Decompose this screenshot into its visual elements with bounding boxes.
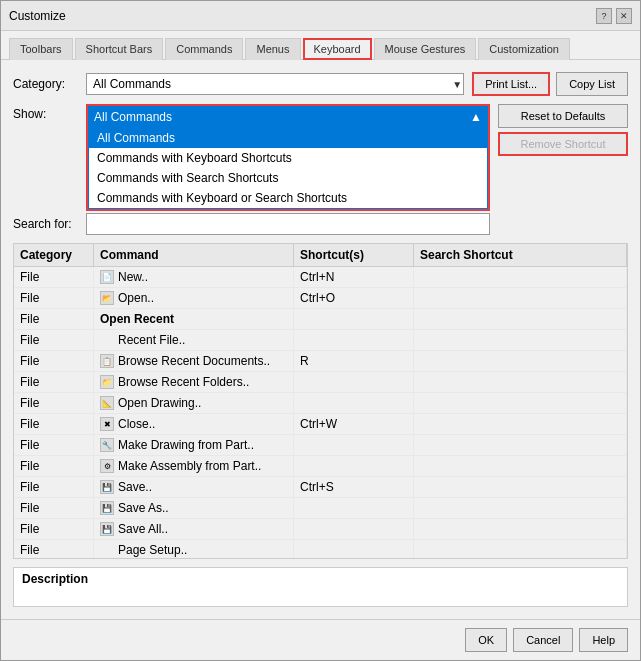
help-button[interactable]: ? (596, 8, 612, 24)
cell-command: 📋Browse Recent Documents.. (94, 351, 294, 371)
cell-search (414, 498, 627, 518)
cell-category: File (14, 330, 94, 350)
title-bar: Customize ? ✕ (1, 1, 640, 31)
tab-keyboard[interactable]: Keyboard (303, 38, 372, 60)
cell-command: Open Recent (94, 309, 294, 329)
cell-category: File (14, 477, 94, 497)
tab-commands[interactable]: Commands (165, 38, 243, 60)
dropdown-item-keyboard[interactable]: Commands with Keyboard Shortcuts (89, 148, 487, 168)
table-row[interactable]: File 📋Browse Recent Documents.. R (14, 351, 627, 372)
cell-search (414, 309, 627, 329)
table-row[interactable]: File 📁Browse Recent Folders.. (14, 372, 627, 393)
cell-category: File (14, 456, 94, 476)
tab-customization[interactable]: Customization (478, 38, 570, 60)
cell-category: File (14, 351, 94, 371)
tab-menus[interactable]: Menus (245, 38, 300, 60)
search-row: Search for: (13, 213, 490, 235)
table-row[interactable]: File 📐Open Drawing.. (14, 393, 627, 414)
title-bar-controls: ? ✕ (596, 8, 632, 24)
tab-toolbars[interactable]: Toolbars (9, 38, 73, 60)
category-row: Category: All Commands ▼ Print List... C… (13, 72, 628, 96)
cell-shortcut (294, 540, 414, 558)
cell-category: File (14, 393, 94, 413)
cell-shortcut (294, 372, 414, 392)
cell-shortcut: Ctrl+O (294, 288, 414, 308)
category-select-wrapper: All Commands ▼ (86, 73, 464, 95)
show-label: Show: (13, 107, 78, 121)
cell-command: ⚙Make Assembly from Part.. (94, 456, 294, 476)
search-input[interactable] (86, 213, 490, 235)
header-shortcut: Shortcut(s) (294, 244, 414, 266)
cell-search (414, 435, 627, 455)
table-row[interactable]: File 💾Save As.. (14, 498, 627, 519)
print-list-button[interactable]: Print List... (472, 72, 550, 96)
table-header: Category Command Shortcut(s) Search Shor… (14, 244, 627, 267)
cell-shortcut (294, 309, 414, 329)
dialog-footer: OK Cancel Help (1, 619, 640, 660)
ok-button[interactable]: OK (465, 628, 507, 652)
tab-shortcut-bars[interactable]: Shortcut Bars (75, 38, 164, 60)
right-buttons: Reset to Defaults Remove Shortcut (498, 104, 628, 156)
cell-shortcut: R (294, 351, 414, 371)
cell-command: 📁Browse Recent Folders.. (94, 372, 294, 392)
cell-category: File (14, 267, 94, 287)
close-icon: ✖ (100, 417, 114, 431)
cell-shortcut (294, 519, 414, 539)
remove-shortcut-button[interactable]: Remove Shortcut (498, 132, 628, 156)
help-footer-button[interactable]: Help (579, 628, 628, 652)
table-row[interactable]: File 📂Open.. Ctrl+O (14, 288, 627, 309)
table-row[interactable]: File ⚙Make Assembly from Part.. (14, 456, 627, 477)
show-dropdown-arrow: ▲ (470, 110, 482, 124)
table-row[interactable]: File Open Recent (14, 309, 627, 330)
cell-search (414, 393, 627, 413)
cell-search (414, 372, 627, 392)
cell-category: File (14, 498, 94, 518)
category-select[interactable]: All Commands (86, 73, 464, 95)
commands-table: Category Command Shortcut(s) Search Shor… (13, 243, 628, 559)
browse-docs-icon: 📋 (100, 354, 114, 368)
cell-search (414, 288, 627, 308)
description-bar: Description (13, 567, 628, 607)
dropdown-item-both[interactable]: Commands with Keyboard or Search Shortcu… (89, 188, 487, 208)
table-row[interactable]: File ✖Close.. Ctrl+W (14, 414, 627, 435)
cancel-button[interactable]: Cancel (513, 628, 573, 652)
reset-defaults-button[interactable]: Reset to Defaults (498, 104, 628, 128)
cell-shortcut (294, 456, 414, 476)
cell-search (414, 351, 627, 371)
cell-command: 🔧Make Drawing from Part.. (94, 435, 294, 455)
copy-list-button[interactable]: Copy List (556, 72, 628, 96)
make-assembly-icon: ⚙ (100, 459, 114, 473)
cell-category: File (14, 519, 94, 539)
content-area: Category: All Commands ▼ Print List... C… (1, 60, 640, 619)
header-search-shortcut: Search Shortcut (414, 244, 627, 266)
dropdown-item-search[interactable]: Commands with Search Shortcuts (89, 168, 487, 188)
header-command: Command (94, 244, 294, 266)
show-select-header[interactable]: All Commands ▲ (88, 106, 488, 128)
cell-command: 💾Save As.. (94, 498, 294, 518)
close-button[interactable]: ✕ (616, 8, 632, 24)
cell-command: 📂Open.. (94, 288, 294, 308)
cell-category: File (14, 288, 94, 308)
dropdown-item-all[interactable]: All Commands (89, 128, 487, 148)
table-row[interactable]: File 💾Save All.. (14, 519, 627, 540)
cell-shortcut: Ctrl+S (294, 477, 414, 497)
make-drawing-icon: 🔧 (100, 438, 114, 452)
cell-category: File (14, 372, 94, 392)
cell-command: 📄New.. (94, 267, 294, 287)
tab-mouse-gestures[interactable]: Mouse Gestures (374, 38, 477, 60)
show-dropdown-list: All Commands Commands with Keyboard Shor… (88, 128, 488, 209)
table-row[interactable]: File 📄New.. Ctrl+N (14, 267, 627, 288)
cell-shortcut: Ctrl+W (294, 414, 414, 434)
cell-command: Page Setup.. (94, 540, 294, 558)
table-row[interactable]: File 💾Save.. Ctrl+S (14, 477, 627, 498)
show-dropdown-container: All Commands ▲ All Commands Commands wit… (86, 104, 490, 211)
save-all-icon: 💾 (100, 522, 114, 536)
cell-shortcut: Ctrl+N (294, 267, 414, 287)
table-row[interactable]: File Page Setup.. (14, 540, 627, 558)
cell-search (414, 330, 627, 350)
table-body: File 📄New.. Ctrl+N File 📂Open.. Ctrl+O (14, 267, 627, 558)
cell-command: ✖Close.. (94, 414, 294, 434)
cell-shortcut (294, 498, 414, 518)
table-row[interactable]: File Recent File.. (14, 330, 627, 351)
table-row[interactable]: File 🔧Make Drawing from Part.. (14, 435, 627, 456)
